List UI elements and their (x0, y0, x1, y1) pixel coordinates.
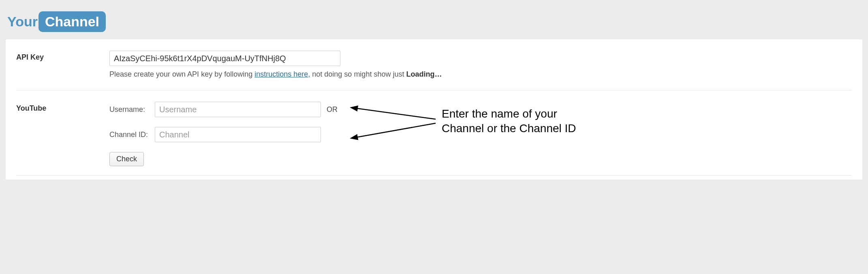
channel-id-label: Channel ID: (109, 131, 155, 139)
logo-part-channel: Channel (38, 11, 106, 32)
username-label: Username: (109, 105, 155, 114)
api-help-loading: Loading… (406, 70, 442, 78)
channel-id-row: Channel ID: (109, 127, 852, 142)
channel-id-input[interactable] (155, 127, 321, 142)
api-key-input[interactable] (109, 51, 340, 66)
settings-panel: API Key Please create your own API key b… (6, 39, 862, 180)
api-key-section: API Key Please create your own API key b… (16, 51, 852, 90)
api-key-help: Please create your own API key by follow… (109, 70, 852, 79)
api-help-pre: Please create your own API key by follow… (109, 70, 254, 78)
api-key-label: API Key (16, 51, 109, 62)
api-help-post: not doing so might show just (312, 70, 406, 78)
check-button[interactable]: Check (109, 152, 144, 166)
app-logo: Your Channel (7, 11, 106, 32)
logo-part-your: Your (7, 14, 38, 30)
or-label: OR (327, 105, 338, 114)
youtube-section: YouTube Username: OR Channel ID: Check (16, 102, 852, 176)
username-input[interactable] (155, 102, 321, 117)
instructions-link[interactable]: instructions here, (254, 70, 310, 78)
youtube-label: YouTube (16, 102, 109, 113)
username-row: Username: OR (109, 102, 852, 117)
